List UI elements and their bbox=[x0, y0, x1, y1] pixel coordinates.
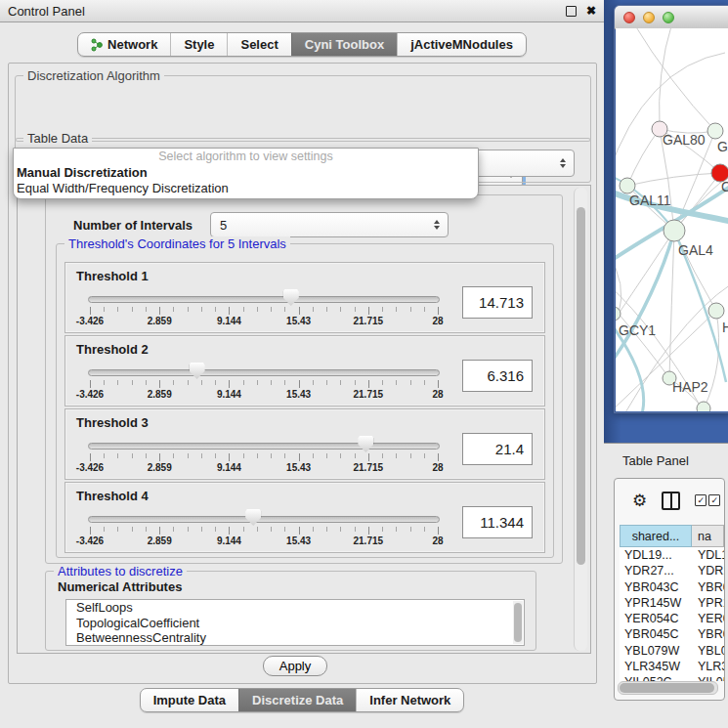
slider-track[interactable] bbox=[88, 296, 440, 303]
tick-mark bbox=[229, 527, 230, 535]
tick-mark bbox=[340, 380, 341, 385]
threshold-value-field[interactable]: 11.344 bbox=[462, 506, 533, 538]
scale-label: 28 bbox=[432, 535, 443, 546]
tab-network[interactable]: Network bbox=[78, 33, 170, 56]
attribute-item[interactable]: SelfLoops bbox=[66, 600, 524, 616]
tick-mark bbox=[396, 307, 397, 312]
threshold-slider[interactable]: -3.4262.8599.14415.4321.71528 bbox=[88, 433, 440, 476]
slider-thumb[interactable] bbox=[190, 363, 205, 379]
num-intervals-label: Number of Intervals bbox=[73, 218, 193, 233]
settings-scrollbar[interactable] bbox=[574, 188, 587, 651]
tick-mark bbox=[159, 307, 160, 315]
num-intervals-combobox[interactable]: 5 bbox=[210, 212, 449, 237]
attributes-scrollbar[interactable] bbox=[513, 601, 523, 644]
table-row[interactable]: YER054CYER05 bbox=[620, 611, 724, 626]
tab-infer-network[interactable]: Infer Network bbox=[356, 689, 463, 711]
tick-mark bbox=[438, 307, 439, 315]
column-header[interactable]: na bbox=[692, 525, 724, 547]
slider-scale-labels: -3.4262.8599.14415.4321.71528 bbox=[90, 389, 438, 401]
network-node-label: H bbox=[722, 320, 728, 335]
control-panel-title: Control Panel bbox=[8, 4, 85, 19]
tick-mark bbox=[368, 453, 369, 461]
slider-track[interactable] bbox=[88, 443, 440, 450]
threshold-row: -3.4262.8599.14415.4321.7152814.713 bbox=[88, 286, 535, 329]
attribute-item[interactable]: TopologicalCoefficient bbox=[66, 616, 524, 631]
tick-mark bbox=[201, 307, 202, 312]
select-columns-icon[interactable]: ✓✓ bbox=[695, 494, 720, 506]
numerical-attributes-list: SelfLoopsTopologicalCoefficientBetweenne… bbox=[65, 599, 525, 646]
tab-style[interactable]: Style bbox=[170, 33, 227, 56]
attribute-item[interactable]: BetweennessCentrality bbox=[66, 630, 524, 646]
threshold-slider[interactable]: -3.4262.8599.14415.4321.71528 bbox=[88, 360, 440, 403]
dropdown-placeholder[interactable]: Select algorithm to view settings bbox=[14, 149, 478, 165]
network-node-label: C bbox=[721, 179, 728, 194]
table-row[interactable]: YPR145WYPR14 bbox=[620, 595, 724, 611]
threshold-slider[interactable]: -3.4262.8599.14415.4321.71528 bbox=[88, 506, 440, 549]
split-columns-icon[interactable] bbox=[662, 492, 680, 510]
close-window-icon[interactable] bbox=[623, 12, 635, 23]
tick-mark bbox=[243, 307, 244, 312]
control-panel: Control Panel ✖ NetworkStyleSelectCyni T… bbox=[0, 0, 604, 728]
network-node[interactable] bbox=[697, 402, 710, 411]
thresholds-group: Threshold's Coordinates for 5 Intervals … bbox=[56, 243, 554, 558]
tick-mark bbox=[396, 527, 397, 532]
tick-mark bbox=[104, 307, 105, 312]
table-cell: YPR14 bbox=[692, 595, 724, 611]
table-row[interactable]: YIL052CYIL05 bbox=[620, 674, 724, 681]
slider-thumb[interactable] bbox=[245, 509, 261, 526]
close-icon[interactable]: ✖ bbox=[586, 4, 596, 18]
table-row[interactable]: YBL079WYBL07 bbox=[620, 643, 724, 659]
table-row[interactable]: YDL19...YDL19 bbox=[620, 547, 724, 563]
slider-thumb[interactable] bbox=[358, 436, 373, 452]
network-node[interactable] bbox=[707, 123, 723, 139]
tab-label: Impute Data bbox=[153, 689, 226, 711]
table-rows: YDL19...YDL19YDR27...YDR27YBR043CYBR04YP… bbox=[620, 547, 724, 681]
tab-impute-data[interactable]: Impute Data bbox=[141, 689, 238, 711]
network-node[interactable] bbox=[620, 178, 635, 193]
tab-select[interactable]: Select bbox=[227, 33, 290, 56]
tick-mark bbox=[271, 453, 272, 458]
tick-mark bbox=[90, 380, 91, 388]
tick-mark bbox=[132, 380, 133, 385]
table-row[interactable]: YBR045CYBR04 bbox=[620, 626, 724, 642]
tab-discretize-data[interactable]: Discretize Data bbox=[238, 689, 356, 711]
dropdown-option[interactable]: Equal Width/Frequency Discretization bbox=[14, 181, 478, 196]
gear-icon[interactable]: ⚙ bbox=[632, 492, 647, 509]
minimize-window-icon[interactable] bbox=[643, 12, 655, 23]
threshold-slider[interactable]: -3.4262.8599.14415.4321.71528 bbox=[88, 286, 440, 329]
threshold-value-field[interactable]: 14.713 bbox=[462, 286, 533, 319]
float-window-icon[interactable] bbox=[566, 6, 577, 17]
algorithm-dropdown-popup: Select algorithm to view settings Manual… bbox=[13, 148, 479, 199]
dropdown-option[interactable]: Manual Discretization bbox=[14, 165, 478, 181]
column-header[interactable]: shared... bbox=[620, 525, 692, 547]
network-node[interactable] bbox=[664, 220, 685, 241]
tick-mark bbox=[382, 380, 383, 385]
zoom-window-icon[interactable] bbox=[663, 12, 674, 23]
network-canvas[interactable]: GAL80GAL8CGAL11GAL4GCY1HHAP2 bbox=[616, 28, 728, 411]
table-cell: YLR345W bbox=[620, 659, 692, 674]
network-node-label: GCY1 bbox=[619, 322, 656, 338]
table-cell: YER054C bbox=[620, 611, 692, 626]
table-data-group-title: Table Data bbox=[23, 131, 92, 146]
tick-mark bbox=[299, 307, 300, 315]
scale-label: 2.859 bbox=[148, 316, 172, 326]
slider-track[interactable] bbox=[88, 369, 440, 376]
threshold-value-field[interactable]: 6.316 bbox=[462, 360, 533, 392]
network-node-label: GAL11 bbox=[629, 193, 671, 208]
tab-jactivemnodules[interactable]: jActiveMNodules bbox=[397, 33, 526, 56]
threshold-value-field[interactable]: 21.4 bbox=[462, 433, 533, 465]
network-node[interactable] bbox=[708, 303, 724, 319]
table-row[interactable]: YBR043CYBR04 bbox=[620, 579, 724, 595]
table-row[interactable]: YLR345WYLR34 bbox=[620, 659, 724, 674]
table-horizontal-scrollbar[interactable] bbox=[618, 681, 718, 695]
tick-mark bbox=[146, 453, 147, 458]
scale-label: 2.859 bbox=[148, 462, 172, 473]
scale-label: 15.43 bbox=[286, 316, 311, 326]
tick-mark bbox=[243, 527, 244, 532]
slider-thumb[interactable] bbox=[283, 289, 299, 306]
tab-cyni-toolbox[interactable]: Cyni Toolbox bbox=[291, 33, 397, 56]
table-row[interactable]: YDR27...YDR27 bbox=[620, 563, 724, 578]
apply-button[interactable]: Apply bbox=[263, 656, 327, 676]
node-table: shared...na YDL19...YDL19YDR27...YDR27YB… bbox=[620, 525, 724, 700]
slider-track[interactable] bbox=[88, 516, 440, 523]
